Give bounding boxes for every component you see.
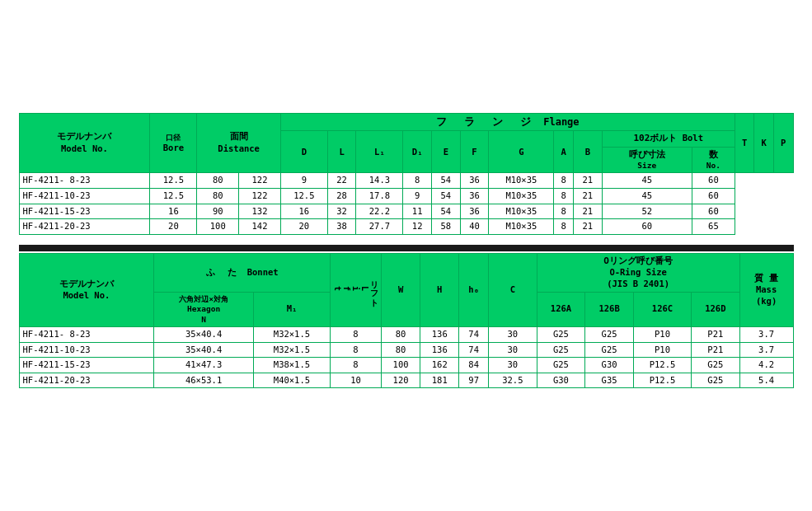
bolt-header: 102ボルト Bolt [602, 131, 735, 147]
E-header: E [432, 131, 461, 173]
126B-header: 126B [585, 292, 634, 326]
G-header: G [489, 131, 554, 173]
M1-header: M₁ [253, 292, 330, 326]
mass-header: 質 量 Mass (kg) [739, 253, 793, 326]
flange-header: フ ラ ン ジ Flange [280, 113, 735, 131]
A-header: A [554, 131, 573, 173]
W-header: W [382, 253, 420, 326]
K-header: K [754, 113, 773, 173]
oring-header: Oリング呼び番号 O-Ring Size (JIS B 2401) [537, 253, 739, 292]
126C-header: 126C [633, 292, 691, 326]
126A-header: 126A [537, 292, 585, 326]
size-header: 呼び寸法 Size [602, 147, 692, 173]
main-wrapper: モデルナンバ Model No. 口径 Bore 面間 Distance フ ラ… [11, 105, 802, 407]
F-header: F [460, 131, 489, 173]
h0-header: h₀ [459, 253, 489, 326]
lift-header: リフトLift [331, 253, 382, 326]
table-row: HF-4211- 8-2312.58012292214.385436M10×35… [19, 173, 793, 189]
B-header: B [573, 131, 602, 173]
H-header: H [420, 253, 459, 326]
no-header: 数 No. [692, 147, 735, 173]
table-row: HF-4211-20-2320100142203827.7125840M10×3… [19, 219, 793, 235]
table-row: HF-4211-20-2346×53.1M40×1.5101201819732.… [19, 373, 793, 388]
P-header: P [773, 113, 793, 173]
T-header: T [735, 113, 753, 173]
model-no-header-2: モデルナンバ Model No. [19, 253, 154, 326]
L1-header: L₁ [356, 131, 403, 173]
table-row: HF-4211- 8-2335×40.4M32×1.58801367430G25… [19, 326, 793, 342]
distance-header: 面間 Distance [197, 113, 280, 173]
D1-header: D₁ [403, 131, 432, 173]
table-row: HF-4211-10-2335×40.4M32×1.58801367430G25… [19, 342, 793, 358]
hexagon-header: 六角対辺×対角 Hexagon N [154, 292, 254, 326]
separator [19, 245, 794, 251]
table-2: モデルナンバ Model No. ふ た Bonnet リフトLift W H … [19, 253, 794, 389]
L-header: L [327, 131, 356, 173]
table-1: モデルナンバ Model No. 口径 Bore 面間 Distance フ ラ… [19, 113, 794, 235]
bonnet-header: ふ た Bonnet [154, 253, 331, 292]
table-row: HF-4211-15-2341×47.3M38×1.581001628430G2… [19, 358, 793, 373]
D-header: D [280, 131, 327, 173]
model-no-header: モデルナンバ Model No. [19, 113, 150, 173]
126D-header: 126D [692, 292, 740, 326]
table-row: HF-4211-15-231690132163222.2115436M10×35… [19, 204, 793, 219]
bore-header: 口径 Bore [150, 113, 197, 173]
C-header: C [489, 253, 537, 326]
table-row: HF-4211-10-2312.58012212.52817.895436M10… [19, 189, 793, 204]
